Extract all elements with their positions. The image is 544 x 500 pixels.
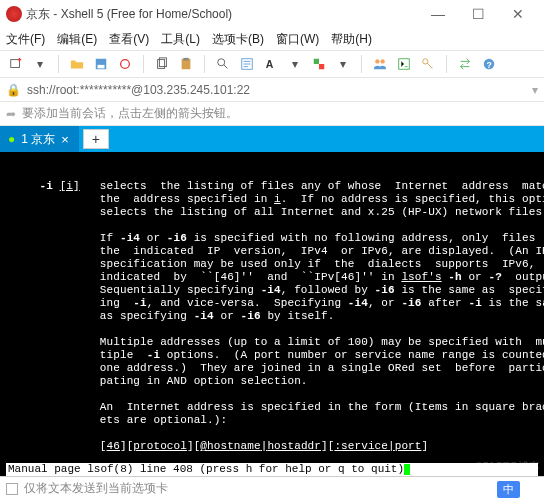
svg-text:?: ? [486,60,491,70]
window-title: 京东 - Xshell 5 (Free for Home/School) [26,6,418,23]
input-bar: 仅将文本发送到当前选项卡 [0,476,544,500]
tab-label: 1 京东 [21,131,55,148]
color-dropdown-icon[interactable]: ▾ [333,54,353,74]
search-icon[interactable] [213,54,233,74]
cursor [404,464,410,475]
titlebar: 京东 - Xshell 5 (Free for Home/School) — ☐… [0,0,544,28]
svg-point-13 [375,59,379,63]
tip-bar: ➦ 要添加当前会话，点击左侧的箭头按钮。 [0,102,544,126]
input-bar-label: 仅将文本发送到当前选项卡 [24,480,168,497]
toolbar-separator [143,55,144,73]
users-icon[interactable] [370,54,390,74]
toolbar-separator [446,55,447,73]
menu-edit[interactable]: 编辑(E) [57,31,97,48]
font-dropdown-icon[interactable]: ▾ [285,54,305,74]
new-session-icon[interactable] [6,54,26,74]
tip-text: 要添加当前会话，点击左侧的箭头按钮。 [22,105,238,122]
copy-icon[interactable] [152,54,172,74]
terminal-content: -i [i] selects the listing of files any … [6,167,538,476]
menu-options[interactable]: 选项卡(B) [212,31,264,48]
app-icon [6,6,22,22]
tab-close-icon[interactable]: × [61,132,69,147]
help-icon[interactable]: ? [479,54,499,74]
connection-dropdown-icon[interactable]: ▾ [532,83,538,97]
script-icon[interactable] [394,54,414,74]
menu-help[interactable]: 帮助(H) [331,31,372,48]
tab-active[interactable]: ● 1 京东 × [0,126,79,152]
svg-rect-11 [314,59,319,64]
reconnect-icon[interactable] [115,54,135,74]
minimize-button[interactable]: — [418,0,458,28]
toolbar-separator [58,55,59,73]
tab-add-button[interactable]: + [83,129,109,149]
ime-indicator[interactable]: 中 [497,481,520,498]
window-buttons: — ☐ ✕ [418,0,538,28]
menu-tools[interactable]: 工具(L) [161,31,200,48]
menu-view[interactable]: 查看(V) [109,31,149,48]
tab-bar: ● 1 京东 × + [0,126,544,152]
connection-bar: 🔒 ssh://root:***********@103.235.245.101… [0,78,544,102]
menu-file[interactable]: 文件(F) [6,31,45,48]
svg-point-14 [380,59,384,63]
lock-icon: 🔒 [6,83,21,97]
close-button[interactable]: ✕ [498,0,538,28]
maximize-button[interactable]: ☐ [458,0,498,28]
man-page-status: Manual page lsof(8) line 408 (press h fo… [6,463,538,476]
font-icon[interactable]: A [261,54,281,74]
toolbar-separator [361,55,362,73]
add-session-icon[interactable]: ➦ [6,107,16,121]
tab-status-dot: ● [8,132,15,146]
svg-rect-2 [98,65,105,69]
svg-rect-12 [319,64,324,69]
toolbar: ▾ A ▾ ▾ ? [0,50,544,78]
key-icon[interactable] [418,54,438,74]
svg-point-8 [218,59,225,66]
folder-icon[interactable] [67,54,87,74]
svg-text:A: A [266,58,274,70]
properties-icon[interactable] [237,54,257,74]
color-icon[interactable] [309,54,329,74]
svg-rect-7 [183,58,188,61]
terminal[interactable]: -i [i] selects the listing of files any … [0,152,544,476]
paste-icon[interactable] [176,54,196,74]
dropdown-icon[interactable]: ▾ [30,54,50,74]
save-icon[interactable] [91,54,111,74]
menu-window[interactable]: 窗口(W) [276,31,319,48]
menubar: 文件(F) 编辑(E) 查看(V) 工具(L) 选项卡(B) 窗口(W) 帮助(… [0,28,544,50]
svg-rect-0 [11,60,20,68]
send-current-tab-checkbox[interactable] [6,483,18,495]
svg-point-3 [121,60,130,69]
connection-string[interactable]: ssh://root:***********@103.235.245.101:2… [27,83,250,97]
toolbar-separator [204,55,205,73]
transfer-icon[interactable] [455,54,475,74]
